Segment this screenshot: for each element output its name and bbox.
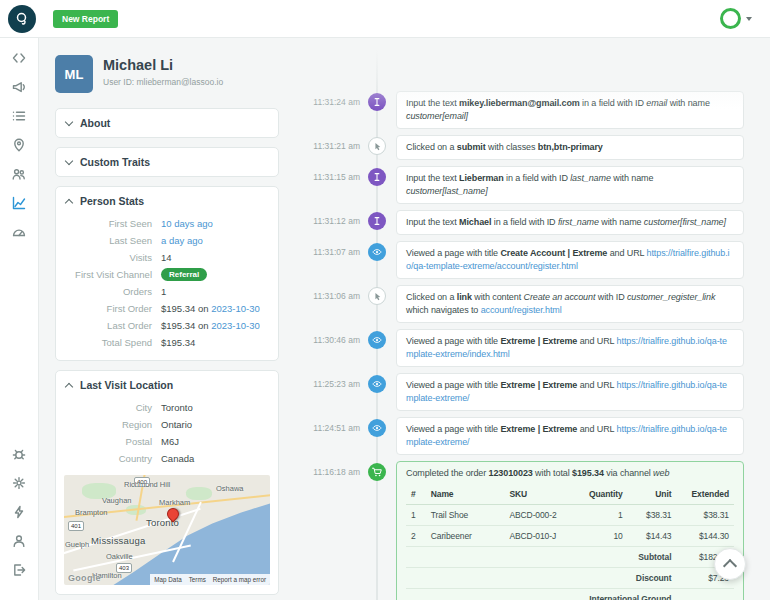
event-text-segment: Viewed a page with title (406, 248, 500, 258)
nav-gauge-icon[interactable] (10, 223, 28, 241)
new-report-button[interactable]: New Report (53, 10, 118, 28)
country-value: Canada (161, 450, 194, 467)
account-menu[interactable] (720, 8, 752, 29)
chevron-up-icon (65, 198, 73, 206)
event-text-segment: customer[email] (406, 111, 468, 121)
map-label: Oshawa (216, 484, 244, 493)
location-card-header[interactable]: Last Visit Location (56, 371, 278, 399)
total-spend-value: $195.34 (161, 334, 195, 351)
last-order-date-link[interactable]: 2023-10-30 (211, 320, 260, 331)
event-description: Input the text Michael in a field with I… (406, 216, 734, 229)
event-text-segment: 123010023 (489, 468, 533, 478)
event-text-segment: $195.34 (572, 468, 604, 478)
stat-row-channel: First Visit Channel Referral (66, 266, 268, 283)
event-text-segment: which navigates to (406, 305, 481, 315)
event-text-segment: Extreme | Extreme (500, 424, 577, 434)
nav-settings-icon[interactable] (10, 474, 28, 492)
last-seen-link[interactable]: a day ago (161, 235, 203, 246)
event-text-segment: email (646, 98, 667, 108)
event-text-segment: Lieberman (459, 173, 504, 183)
stat-row-last-seen: Last Seen a day ago (66, 232, 268, 249)
person-name: Michael Li (103, 57, 223, 73)
stat-label: First Seen (66, 215, 161, 232)
page-view-event-icon (368, 331, 386, 349)
col-extended: Extended (676, 485, 734, 505)
person-stats-title: Person Stats (80, 195, 144, 207)
order-row: 1 Trail Shoe ABCD-000-2 1 $38.31 $38.31 (406, 505, 734, 526)
event-text-segment: and URL (577, 380, 616, 390)
timeline-event: 11:31:07 am Viewed a page with title Cre… (304, 241, 744, 279)
activity-timeline[interactable]: 11:31:24 am Input the text mikey.lieberm… (298, 37, 770, 600)
terms-link[interactable]: Terms (189, 576, 206, 583)
event-text-segment: Viewed a page with title (406, 380, 500, 390)
map-label: Mississauga (91, 535, 145, 546)
col-sku: SKU (504, 485, 578, 505)
custom-traits-card-header[interactable]: Custom Traits (56, 148, 278, 176)
stat-label: Visits (66, 249, 161, 266)
timeline-event: 11:31:24 am Input the text mikey.lieberm… (304, 91, 744, 129)
location-title: Last Visit Location (80, 379, 173, 391)
about-card-header[interactable]: About (56, 109, 278, 137)
avatar: ML (55, 55, 93, 93)
map-label: Vaughan (102, 496, 131, 505)
first-order-amount: $195.34 on (161, 303, 209, 314)
stat-label: Region (66, 416, 161, 433)
person-stats-card-header[interactable]: Person Stats (56, 187, 278, 215)
event-time: 11:31:07 am (304, 241, 360, 257)
location-row-region: Region Ontario (66, 416, 268, 433)
nav-lightning-icon[interactable] (10, 503, 28, 521)
last-visit-location-card: Last Visit Location City Toronto Region … (55, 370, 279, 595)
app-logo[interactable] (8, 5, 36, 33)
event-text-segment: Clicked on a (406, 142, 457, 152)
nav-sign-out-icon[interactable] (10, 561, 28, 579)
location-row-city: City Toronto (66, 399, 268, 416)
order-summary-row: International Ground (406, 589, 734, 600)
nav-analytics-icon[interactable] (10, 194, 28, 212)
person-panel: ML Michael Li User ID: mlieberman@lassoo… (38, 37, 317, 600)
input-event-icon (368, 93, 386, 111)
map[interactable]: 400 401 403 Richmond Hill Oshawa Vaughan… (64, 475, 270, 585)
event-text-segment: in a field with ID (504, 173, 571, 183)
event-link[interactable]: account/register.html (481, 305, 562, 315)
nav-megaphone-icon[interactable] (10, 78, 28, 96)
order-summary-row: Discount $7.23 (406, 568, 734, 589)
stat-label: Orders (66, 283, 161, 300)
event-time: 11:16:18 am (304, 461, 360, 477)
event-text-segment: customer[last_name] (406, 186, 488, 196)
nav-code-icon[interactable] (10, 49, 28, 67)
nav-user-icon[interactable] (10, 532, 28, 550)
order-table-header: # Name SKU Quantity Unit Extended (406, 485, 734, 505)
nav-bug-icon[interactable] (10, 445, 28, 463)
event-text-segment: customer[first_name] (644, 217, 726, 227)
report-map-error-link[interactable]: Report a map error (213, 576, 266, 583)
timeline-event: 11:31:15 am Input the text Lieberman in … (304, 166, 744, 204)
scroll-to-top-button[interactable] (714, 548, 746, 580)
postal-value: M6J (161, 433, 179, 450)
nav-location-icon[interactable] (10, 136, 28, 154)
event-card: Viewed a page with title Extreme | Extre… (396, 417, 744, 455)
event-text-segment: Extreme | Extreme (500, 380, 577, 390)
custom-traits-title: Custom Traits (80, 156, 150, 168)
first-seen-link[interactable]: 10 days ago (161, 218, 213, 229)
last-order-amount: $195.34 on (161, 320, 209, 331)
event-time: 11:31:15 am (304, 166, 360, 182)
event-text-segment: Viewed a page with title (406, 424, 500, 434)
location-row-country: Country Canada (66, 450, 268, 467)
event-text-segment: and URL (577, 424, 616, 434)
col-number: # (406, 485, 426, 505)
input-event-icon (368, 168, 386, 186)
event-text-segment: with name (667, 98, 710, 108)
person-stats-card: Person Stats First Seen 10 days ago Last… (55, 186, 279, 361)
map-label: Oakville (106, 552, 133, 561)
icon-rail (0, 37, 39, 600)
first-order-date-link[interactable]: 2023-10-30 (211, 303, 260, 314)
col-unit: Unit (628, 485, 677, 505)
event-card: Input the text Lieberman in a field with… (396, 166, 744, 204)
nav-list-icon[interactable] (10, 107, 28, 125)
event-card: Input the text Michael in a field with I… (396, 210, 744, 235)
event-time: 11:31:06 am (304, 285, 360, 301)
nav-audience-icon[interactable] (10, 165, 28, 183)
page-view-event-icon (368, 243, 386, 261)
page-view-event-icon (368, 419, 386, 437)
order-card: Completed the order 123010023 with total… (396, 461, 744, 600)
